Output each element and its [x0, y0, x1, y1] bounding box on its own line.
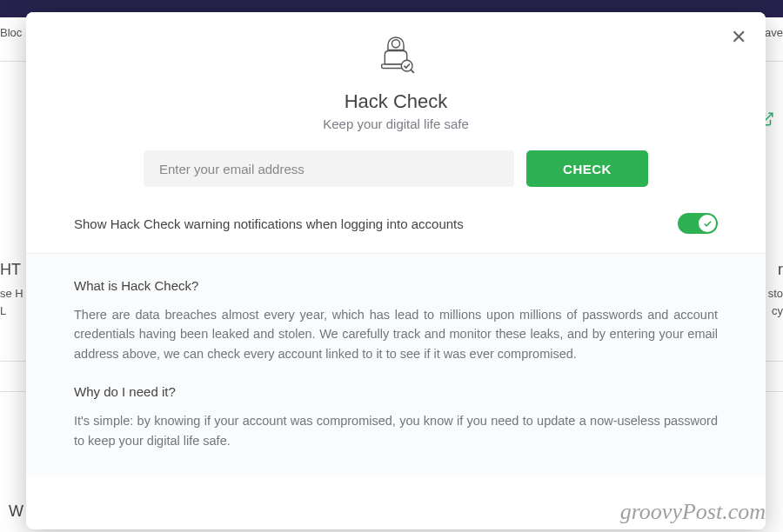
- svg-point-1: [392, 40, 399, 48]
- notification-toggle-row: Show Hack Check warning notifications wh…: [26, 211, 766, 253]
- info-section: What is Hack Check? There are data breac…: [26, 253, 766, 476]
- bg-text-fragment: HT: [0, 261, 21, 279]
- hack-check-modal: ✕ Hack Check Keep your digital life safe…: [26, 12, 766, 529]
- bg-text-fragment: Bloc: [0, 26, 22, 39]
- info-answer-2: It's simple: by knowing if your account …: [74, 411, 718, 450]
- email-check-row: CHECK: [144, 150, 648, 187]
- svg-line-4: [411, 70, 414, 73]
- info-question-2: Why do I need it?: [74, 384, 718, 399]
- bg-text-fragment: se H L: [0, 285, 23, 319]
- bg-text-fragment: r: [778, 261, 783, 279]
- bg-text-fragment: sto cy: [768, 285, 783, 319]
- notification-toggle[interactable]: [678, 213, 718, 234]
- email-input[interactable]: [144, 150, 514, 187]
- check-button[interactable]: CHECK: [526, 150, 648, 187]
- close-icon[interactable]: ✕: [731, 28, 746, 47]
- svg-line-0: [766, 113, 773, 120]
- hack-check-icon: [371, 30, 421, 83]
- svg-point-3: [401, 60, 412, 71]
- modal-header: Hack Check Keep your digital life safe C…: [26, 12, 766, 211]
- toggle-label: Show Hack Check warning notifications wh…: [74, 216, 464, 231]
- toggle-knob: [699, 215, 716, 232]
- bg-text-fragment: W: [9, 502, 23, 521]
- modal-title: Hack Check: [345, 90, 448, 113]
- info-question-1: What is Hack Check?: [74, 278, 718, 293]
- info-answer-1: There are data breaches almost every yea…: [74, 305, 718, 363]
- bg-text-fragment: ave: [765, 26, 783, 39]
- modal-subtitle: Keep your digital life safe: [323, 116, 469, 131]
